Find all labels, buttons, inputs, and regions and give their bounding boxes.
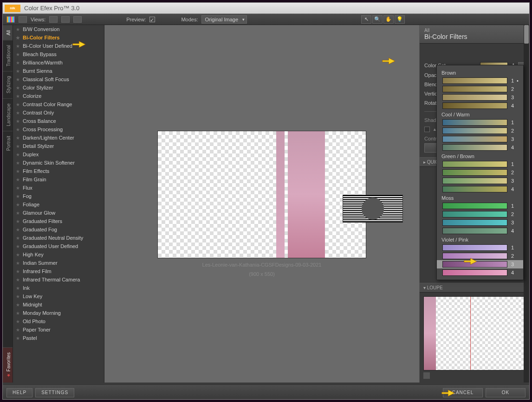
favorite-star-icon[interactable]: ★ <box>16 294 20 299</box>
layout-1[interactable] <box>49 16 58 23</box>
filter-item[interactable]: ★Infrared Thermal Camera <box>13 275 104 284</box>
filter-item[interactable]: ★Bi-Color User Defined <box>13 42 104 50</box>
color-swatch-item[interactable]: 4 <box>437 143 523 152</box>
filter-item[interactable]: ★Contrast Color Range <box>13 100 104 108</box>
view-icon-single[interactable] <box>19 16 27 23</box>
side-tab-stylizing[interactable]: Stylizing <box>3 71 13 98</box>
favorite-star-icon[interactable]: ★ <box>16 269 20 274</box>
favorite-star-icon[interactable]: ★ <box>16 252 20 257</box>
filter-item[interactable]: ★Pastel <box>13 334 104 342</box>
favorite-star-icon[interactable]: ★ <box>16 69 20 74</box>
filter-item[interactable]: ★Bi-Color Filters <box>13 33 104 42</box>
filter-item[interactable]: ★Cross Processing <box>13 125 104 134</box>
favorite-star-icon[interactable]: ★ <box>16 211 20 216</box>
color-swatch-item[interactable]: 4 <box>437 268 523 277</box>
side-tab-landscape[interactable]: Landscape <box>3 98 13 131</box>
ok-button[interactable]: OK <box>486 388 526 397</box>
right-panel-scrollbar[interactable] <box>524 25 529 383</box>
side-tab-favorites[interactable]: ★ Favorites <box>3 347 13 383</box>
color-swatch-item[interactable]: 3 <box>437 177 523 185</box>
cancel-button[interactable]: CANCEL <box>443 388 483 397</box>
filter-item[interactable]: ★Bleach Bypass <box>13 50 104 58</box>
color-swatch-item[interactable]: 2 <box>437 85 523 93</box>
color-swatch-item[interactable]: 1 <box>437 243 523 252</box>
favorite-star-icon[interactable]: ★ <box>16 94 20 99</box>
color-swatch-item[interactable]: 4 <box>437 102 523 110</box>
hand-tool[interactable]: ✋ <box>383 15 394 24</box>
settings-button[interactable]: SETTINGS <box>35 388 74 397</box>
favorite-star-icon[interactable]: ★ <box>16 244 20 249</box>
favorite-star-icon[interactable]: ★ <box>16 60 20 65</box>
loupe-preview[interactable] <box>423 296 525 370</box>
filter-item[interactable]: ★Cross Balance <box>13 117 104 125</box>
color-swatch-item[interactable]: 2 <box>437 252 523 260</box>
color-swatch-item[interactable]: 1• <box>437 77 523 85</box>
layout-2[interactable] <box>61 16 70 23</box>
filter-item[interactable]: ★Graduated User Defined <box>13 242 104 250</box>
color-swatch-item[interactable]: 2 <box>437 168 523 177</box>
help-button[interactable]: HELP <box>6 388 32 397</box>
filter-item[interactable]: ★Color Stylizer <box>13 83 104 92</box>
view-icon-split[interactable] <box>6 16 15 23</box>
color-swatch-item[interactable]: 1 <box>437 202 523 210</box>
color-swatch-item[interactable]: 3 <box>437 93 523 102</box>
color-swatch-item[interactable]: 3 <box>437 135 523 143</box>
filter-item[interactable]: ★Low Key <box>13 292 104 300</box>
filter-item[interactable]: ★Burnt Sienna <box>13 67 104 75</box>
favorite-star-icon[interactable]: ★ <box>16 236 20 241</box>
favorite-star-icon[interactable]: ★ <box>16 110 20 115</box>
favorite-star-icon[interactable]: ★ <box>16 302 20 307</box>
filter-item[interactable]: ★Graduated Neutral Density <box>13 234 104 242</box>
filter-item[interactable]: ★Graduated Filters <box>13 217 104 225</box>
preview-checkbox[interactable]: ✓ <box>149 17 155 22</box>
loupe-header[interactable]: LOUPE <box>420 283 529 293</box>
favorite-star-icon[interactable]: ★ <box>16 336 20 341</box>
side-tab-traditional[interactable]: Traditional <box>3 40 13 71</box>
favorite-star-icon[interactable]: ★ <box>16 77 20 82</box>
favorite-star-icon[interactable]: ★ <box>16 144 20 149</box>
favorite-star-icon[interactable]: ★ <box>16 169 20 174</box>
color-swatch-item[interactable]: 1 <box>437 118 523 127</box>
favorite-star-icon[interactable]: ★ <box>16 319 20 324</box>
filter-item[interactable]: ★Dynamic Skin Softener <box>13 159 104 167</box>
color-swatch-item[interactable]: 4 <box>437 185 523 193</box>
favorite-star-icon[interactable]: ★ <box>16 160 20 166</box>
favorite-star-icon[interactable]: ★ <box>16 194 20 199</box>
filter-item[interactable]: ★Darken/Lighten Center <box>13 134 104 142</box>
favorite-star-icon[interactable]: ★ <box>16 227 20 232</box>
favorite-star-icon[interactable]: ★ <box>16 85 20 90</box>
favorite-star-icon[interactable]: ★ <box>16 277 20 282</box>
filter-item[interactable]: ★Monday Morning <box>13 309 104 317</box>
favorite-star-icon[interactable]: ★ <box>16 152 20 157</box>
color-swatch-item[interactable]: 2 <box>437 127 523 135</box>
color-set-dropdown-panel[interactable]: Brown1•234Cool / Warm1234Green / Brown12… <box>436 65 524 280</box>
favorite-star-icon[interactable]: ★ <box>16 261 20 266</box>
filter-item[interactable]: ★Ink <box>13 284 104 292</box>
filter-item[interactable]: ★Fog <box>13 192 104 200</box>
favorite-star-icon[interactable]: ★ <box>16 185 20 191</box>
filter-item[interactable]: ★Midnight <box>13 300 104 309</box>
filter-item[interactable]: ★Flux <box>13 184 104 192</box>
favorite-star-icon[interactable]: ★ <box>16 327 20 332</box>
favorite-star-icon[interactable]: ★ <box>16 27 20 32</box>
favorite-star-icon[interactable]: ★ <box>16 119 20 124</box>
favorite-star-icon[interactable]: ★ <box>16 311 20 316</box>
filter-item[interactable]: ★Brilliance/Warmth <box>13 58 104 67</box>
favorite-star-icon[interactable]: ★ <box>16 135 20 140</box>
favorite-star-icon[interactable]: ★ <box>16 177 20 182</box>
filter-item[interactable]: ★Indian Summer <box>13 259 104 267</box>
filter-list[interactable]: ★B/W Conversion★Bi-Color Filters★Bi-Colo… <box>13 25 104 383</box>
side-tab-portrait[interactable]: Portrait <box>3 131 13 155</box>
filter-item[interactable]: ★Old Photo <box>13 317 104 325</box>
modes-dropdown[interactable]: Original Image <box>201 15 247 24</box>
color-swatch-item[interactable]: 3 <box>437 218 523 227</box>
favorite-star-icon[interactable]: ★ <box>16 44 20 49</box>
color-swatch-item[interactable]: 2 <box>437 210 523 218</box>
filter-item[interactable]: ★Film Effects <box>13 167 104 175</box>
shadows-checkbox[interactable] <box>424 127 430 132</box>
filter-item[interactable]: ★Classical Soft Focus <box>13 75 104 83</box>
filter-item[interactable]: ★Film Grain <box>13 175 104 184</box>
filter-item[interactable]: ★Contrast Only <box>13 108 104 117</box>
filter-item[interactable]: ★Duplex <box>13 150 104 159</box>
filter-item[interactable]: ★Colorize <box>13 92 104 100</box>
